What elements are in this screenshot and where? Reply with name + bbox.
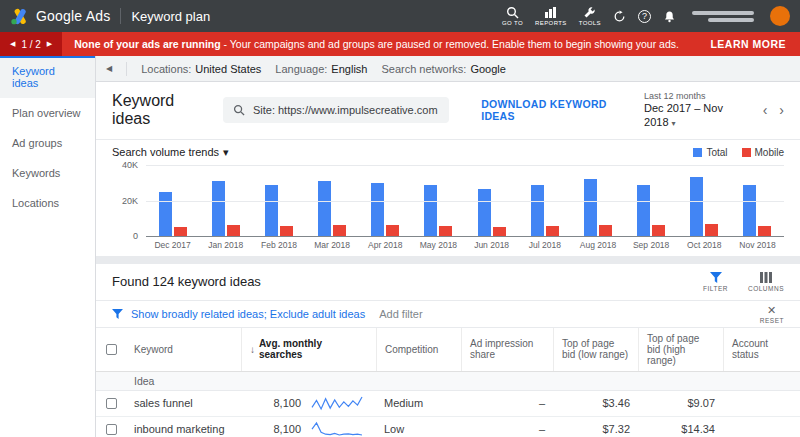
sidebar: Keyword ideas Plan overview Ad groups Ke…: [0, 56, 96, 437]
locations-value: United States: [195, 63, 261, 75]
sort-desc-icon: ↓: [250, 344, 255, 355]
active-filters-bar: Show broadly related ideas; Exclude adul…: [96, 301, 800, 328]
alert-message-bold: None of your ads are running: [74, 38, 220, 50]
page-title: Keyword plan: [131, 9, 210, 24]
column-header-keyword[interactable]: Keyword: [126, 328, 241, 371]
date-range-caption: Last 12 months: [644, 91, 747, 102]
bar-group: [424, 185, 452, 236]
language-value: English: [331, 63, 367, 75]
google-ads-logo[interactable]: Google Ads: [10, 8, 110, 25]
select-all-checkbox[interactable]: [106, 344, 117, 355]
sidebar-item-locations[interactable]: Locations: [0, 188, 95, 218]
legend-item-mobile: Mobile: [742, 147, 784, 158]
bid-low-cell: $7.32: [553, 417, 638, 437]
account-info[interactable]: [692, 11, 754, 22]
x-axis-label: Jul 2018: [518, 240, 571, 250]
account-id-line: [708, 18, 754, 22]
plan-title: Keyword ideas: [112, 92, 207, 128]
sidebar-item-keyword-ideas[interactable]: Keyword ideas: [0, 56, 95, 98]
search-networks-label: Search networks:: [381, 63, 466, 75]
reports-button[interactable]: REPORTS: [535, 6, 567, 26]
x-axis-label: Sep 2018: [625, 240, 678, 250]
column-header-bid-low[interactable]: Top of page bid (low range): [553, 328, 638, 371]
goto-button[interactable]: GO TO: [502, 6, 523, 26]
funnel-icon: [112, 309, 123, 319]
bar-mobile: [227, 225, 240, 236]
sidebar-item-keywords[interactable]: Keywords: [0, 158, 95, 188]
table-row[interactable]: sales funnel8,100Medium–$3.46$9.07: [96, 391, 800, 417]
bar-group: [690, 177, 718, 236]
bar-total: [159, 192, 172, 236]
x-axis-label: May 2018: [412, 240, 465, 250]
keyword-cell: inbound marketing: [126, 417, 241, 437]
table-row[interactable]: inbound marketing8,100Low–$7.32$14.34: [96, 417, 800, 437]
bar-total: [212, 181, 225, 236]
filter-button[interactable]: FILTER: [703, 272, 728, 292]
row-checkbox[interactable]: [106, 424, 117, 435]
search-networks-value: Google: [470, 63, 505, 75]
columns-button[interactable]: COLUMNS: [748, 272, 784, 292]
sidebar-item-ad-groups[interactable]: Ad groups: [0, 128, 95, 158]
range-next-icon[interactable]: ›: [779, 102, 784, 118]
alert-next-icon[interactable]: ▶: [47, 40, 52, 48]
search-networks-setting[interactable]: Search networks: Google: [381, 63, 505, 75]
column-header-avg-monthly-searches[interactable]: ↓ Avg. monthly searches: [241, 328, 376, 371]
bar-mobile: [174, 227, 187, 236]
trend-sparkline: [311, 421, 363, 437]
context-divider: [126, 62, 127, 76]
date-range-selector[interactable]: Last 12 months Dec 2017 – Nov 2018▾: [644, 91, 747, 130]
results-count: Found 124 keyword ideas: [112, 274, 683, 289]
add-filter-button[interactable]: Add filter: [379, 308, 422, 320]
language-label: Language:: [275, 63, 327, 75]
tools-button[interactable]: TOOLS: [579, 6, 601, 26]
locations-setting[interactable]: Locations: United States: [141, 63, 261, 75]
bar-group: [584, 179, 612, 236]
account-name-line: [692, 11, 754, 15]
competition-cell: Low: [376, 417, 461, 437]
section-gap: [96, 256, 800, 264]
column-header-bid-high[interactable]: Top of page bid (high range): [638, 328, 723, 371]
alert-message: None of your ads are running - Your camp…: [62, 38, 696, 50]
bar-total: [584, 179, 597, 236]
alert-message-rest: - Your campaigns and ad groups are pause…: [221, 38, 679, 50]
row-checkbox[interactable]: [106, 398, 117, 409]
x-axis-label: Mar 2018: [306, 240, 359, 250]
chart-y-axis: 40K20K0: [112, 165, 146, 237]
back-icon[interactable]: ◀: [106, 64, 112, 73]
sidebar-item-plan-overview[interactable]: Plan overview: [0, 98, 95, 128]
avg-searches-cell: 8,100: [241, 391, 376, 416]
reset-filters-button[interactable]: ✕ RESET: [760, 304, 784, 324]
learn-more-button[interactable]: LEARN MORE: [696, 38, 800, 50]
help-icon[interactable]: ?: [638, 10, 651, 23]
tools-label: TOOLS: [579, 20, 601, 26]
alert-prev-icon[interactable]: ◀: [10, 40, 15, 48]
avatar[interactable]: [770, 6, 790, 26]
bar-total: [531, 185, 544, 236]
download-keyword-ideas-link[interactable]: DOWNLOAD KEYWORD IDEAS: [481, 98, 628, 122]
gridline: [146, 165, 784, 166]
x-axis-label: Feb 2018: [252, 240, 305, 250]
bar-mobile: [439, 226, 452, 236]
site-search-input[interactable]: Site: https://www.impulsecreative.com: [223, 97, 449, 123]
trend-sparkline: [311, 395, 363, 411]
gridline: [146, 201, 784, 202]
bar-group: [637, 185, 665, 236]
x-axis-label: Aug 2018: [571, 240, 624, 250]
language-setting[interactable]: Language: English: [275, 63, 367, 75]
chevron-down-icon: ▾: [672, 119, 676, 128]
bar-group: [265, 185, 293, 236]
active-filters-chip[interactable]: Show broadly related ideas; Exclude adul…: [131, 308, 365, 320]
range-prev-icon[interactable]: ‹: [763, 102, 768, 118]
search-icon: [506, 6, 519, 19]
google-ads-logo-icon: [10, 8, 30, 25]
legend-item-total: Total: [693, 147, 727, 158]
bell-icon[interactable]: [663, 10, 676, 23]
column-header-competition[interactable]: Competition: [376, 328, 461, 371]
ad-impression-share-cell: –: [461, 391, 553, 416]
gridline: [146, 236, 784, 237]
bar-mobile: [652, 225, 665, 236]
refresh-icon[interactable]: [613, 10, 626, 23]
column-header-account-status[interactable]: Account status: [723, 328, 800, 371]
chart-title-dropdown[interactable]: Search volume trends ▾: [112, 146, 229, 159]
column-header-ad-impression-share[interactable]: Ad impression share: [461, 328, 553, 371]
